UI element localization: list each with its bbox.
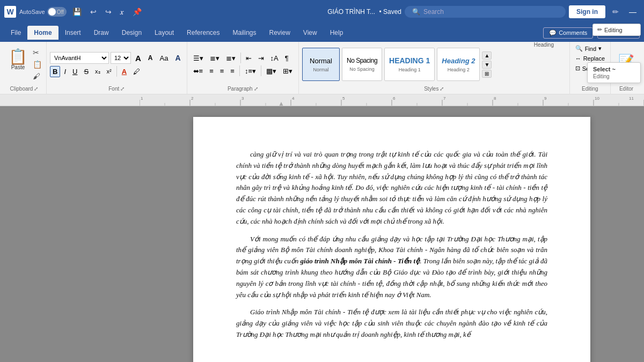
borders-button[interactable]: ⊞▾ [280,65,295,77]
pen-icon[interactable]: ✏ [610,6,621,17]
doc-title: GIÁO TRÌNH T... • Saved [327,8,401,16]
autosave-toggle[interactable]: Off [47,7,67,17]
style-no-spacing[interactable]: No Spacing No Spacing [342,48,382,81]
style-nospacing-text: No Spacing [347,57,377,64]
styles-expand-icon[interactable]: ⤢ [440,86,444,92]
copy-button[interactable]: 📋 [32,59,43,70]
paragraph-expand-icon[interactable]: ⤢ [254,86,258,92]
font-color-top-button[interactable]: A [172,52,183,64]
shading-button[interactable]: ▩▾ [264,65,279,77]
search-bar[interactable]: 🔍 [405,6,566,18]
style-normal-text: Normal [310,57,332,65]
font-size-select[interactable]: 12 [111,52,131,64]
format-painter-button[interactable]: 🖌 [32,71,43,82]
tab-mailings[interactable]: Mailings [226,26,262,40]
underline-button[interactable]: U [70,66,80,77]
editing-dropdown-content: ✏ Editing [597,26,636,33]
superscript-button[interactable]: x² [104,67,114,76]
style-normal[interactable]: Normal Normal [302,48,340,81]
bold-button[interactable]: B [50,66,60,77]
tab-insert[interactable]: Insert [58,26,87,40]
decrease-indent-button[interactable]: ⇤ [243,53,254,64]
svg-text:9: 9 [544,96,547,101]
font-content: VnAvantH 12 A A Aa A B I U S [50,44,184,85]
align-center-button[interactable]: ≡ [207,65,216,77]
font-controls: VnAvantH 12 A A Aa A B I U S [50,52,184,77]
tab-references[interactable]: References [180,26,226,40]
svg-text:2: 2 [191,96,194,101]
select-editing-panel: Select ~ Editing [587,62,641,83]
styles-content: Normal Normal No Spacing No Spacing HEAD… [302,44,566,85]
comment-icon: 💬 [549,29,557,36]
paragraph-3: Giáo trình Nhập môn Tài chính - Tiền tệ … [236,307,547,340]
para-sep2 [239,65,240,76]
italic-button[interactable]: I [61,66,69,77]
font-row1: VnAvantH 12 A A Aa A [50,52,184,64]
clipboard-expand-icon[interactable]: ⤢ [34,86,38,92]
tab-file[interactable]: File [4,26,27,40]
replace-button[interactable]: ↔ Replace [573,54,607,63]
tab-home[interactable]: Home [27,26,58,40]
para-sep3 [261,65,261,76]
numbering-button[interactable]: ≣▾ [207,53,222,64]
cut-button[interactable]: ✂ [32,47,43,58]
minimize-button[interactable]: — [626,6,640,17]
word-logo: W [4,6,16,18]
styles-scroll-down[interactable]: ▼ [482,61,492,69]
multilevel-button[interactable]: ≣▾ [223,53,238,64]
show-formatting-button[interactable]: ¶ [282,53,291,64]
tab-design[interactable]: Design [115,26,148,40]
styles-expand[interactable]: ⊞ [482,70,492,78]
sort-button[interactable]: ↕A [268,53,281,64]
justify-button[interactable]: ≡ [228,65,237,77]
document-content[interactable]: càng giữ vị trí và vai trò quan trọng tr… [140,106,644,362]
autosave-knob [48,8,56,16]
increase-indent-button[interactable]: ⇥ [255,53,267,64]
ruler-svg: 1 2 3 4 5 6 7 8 9 10 11 [140,94,644,106]
font-expand-icon[interactable]: ⤢ [120,86,125,92]
find-icon: 🔍 [575,45,583,52]
svg-text:6: 6 [393,96,396,101]
tab-help[interactable]: Help [324,26,350,40]
strikethrough-button[interactable]: S [81,66,91,77]
signin-button[interactable]: Sign in [569,5,605,18]
ribbon: 📋 Paste ✂ 📋 🖌 Clipboard ⤢ [0,42,644,94]
document-page: càng giữ vị trí và vai trò quan trọng tr… [193,117,590,362]
text-color-button[interactable]: A [119,66,129,77]
style-heading1[interactable]: HEADING 1 Heading 1 [384,48,435,81]
subscript-button[interactable]: x₂ [92,67,103,77]
autosave-state: Off [57,9,64,15]
document-area: càng giữ vị trí và vai trò quan trọng tr… [0,106,644,362]
tab-review[interactable]: Review [263,26,297,40]
para-row1: ☰▾ ≣▾ ≣▾ ⇤ ⇥ ↕A ¶ [191,53,295,64]
styles-area: Normal Normal No Spacing No Spacing HEAD… [302,48,566,81]
tab-view[interactable]: View [297,26,324,40]
styles-scroll-up[interactable]: ▲ [482,51,492,60]
tab-draw[interactable]: Draw [87,26,115,40]
save-icon[interactable]: 💾 [70,6,84,17]
align-left-button[interactable]: ⬌≡ [191,65,206,77]
editor-label: Editor [619,85,633,92]
style-heading2[interactable]: Heading 2 Heading 2 [437,48,480,81]
paste-button[interactable]: 📋 Paste [5,47,31,82]
search-input[interactable] [423,8,531,16]
tab-layout[interactable]: Layout [148,26,180,40]
svg-text:10: 10 [595,96,599,101]
search-icon: 🔍 [412,8,420,16]
redo-icon[interactable]: ↪ [103,6,114,17]
change-case-button[interactable]: Aa [157,53,171,64]
find-button[interactable]: 🔍 Find ▾ [573,44,604,53]
style-heading2-text: Heading 2 [442,57,475,65]
font-shrink-button[interactable]: A [145,53,156,63]
undo-icon[interactable]: ↩ [87,6,99,17]
font-family-select[interactable]: VnAvantH [50,52,109,64]
highlight-button[interactable]: 🖊 [130,66,143,77]
select-panel-label[interactable]: Select ~ [593,66,616,72]
bullets-button[interactable]: ☰▾ [191,53,206,64]
comments-button[interactable]: 💬 Comments [543,27,593,39]
align-right-button[interactable]: ≡ [217,65,227,77]
line-spacing-button[interactable]: ↕≡▾ [242,65,259,77]
paste-label: Paste [11,64,25,70]
font-grow-button[interactable]: A [133,52,144,64]
ruler: 1 2 3 4 5 6 7 8 9 10 11 [0,94,644,106]
